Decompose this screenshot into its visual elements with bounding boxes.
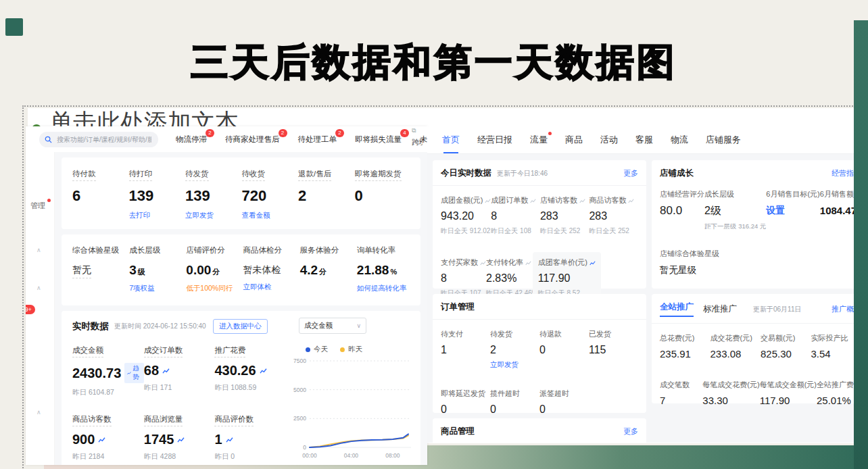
trend-icon[interactable] <box>525 260 531 266</box>
today-realtime-card: 今日实时数据 更新于今日18:46 更多 成团金额(元) 943.20 昨日全天… <box>433 160 646 289</box>
realtime-chart-area: 今天 昨天 750050002500000:0004:0008:00 <box>285 343 412 462</box>
svg-text:2500: 2500 <box>293 415 306 422</box>
view-amount-link[interactable]: 查看金额 <box>242 211 299 220</box>
legend-today: 今天 <box>306 345 328 354</box>
nav-aftersales-pending[interactable]: 待商家处理售后2 <box>225 134 280 145</box>
notification-dot <box>47 199 51 202</box>
metric-transaction-amount: 交易额(元) 825.30 <box>761 333 811 360</box>
metric-inquiry-conversion: 询单转化率 21.88% 如何提高转化率 <box>357 243 414 305</box>
search-input[interactable] <box>55 135 153 144</box>
tab-home[interactable]: 首页 <box>442 134 460 153</box>
left-dashboard-screenshot: 台 物流停滞2 待商家处理售后2 待处理工单2 即将损失流量4 未读站内信68 <box>26 126 427 465</box>
shop-rating-card: 综合体验星级 暂无 成长层级 3级 7项权益 店铺评价分 0.00分 低于100… <box>62 234 420 305</box>
sidebar-item-manage[interactable]: 管理 <box>30 201 45 211</box>
nav-traffic-loss[interactable]: 即将损失流量4 <box>355 134 402 145</box>
star-rating-label: 店铺综合体验星级 <box>660 249 868 259</box>
svg-text:5000: 5000 <box>293 387 306 393</box>
right-dashboard-screenshot: 首页 经营日报 流量 商品 活动 客服 物流 店铺服务 今日实时数据 更新于今日… <box>427 126 868 443</box>
chevron-down-icon: ∨ <box>356 322 361 329</box>
metric-overdue-shipping: 即将逾期发货 0 <box>355 167 412 229</box>
tab-standard-promotion[interactable]: 标准推广 <box>703 303 737 315</box>
chevron-up-icon[interactable]: ∧ <box>37 285 41 291</box>
metric-refund-aftersales: 退款/售后 2 <box>298 167 355 229</box>
window-icon: ⧉ <box>412 128 427 134</box>
slide-right-decoration <box>854 20 868 469</box>
below-peers-note: 低于100%同行 <box>186 284 243 293</box>
trend-icon[interactable] <box>579 198 585 203</box>
trend-icon[interactable] <box>530 198 536 203</box>
product-management-card: 商品管理 更多 在售中 已售罄 已下架 <box>433 418 646 443</box>
trend-icon[interactable] <box>260 368 267 374</box>
metric-total-spend: 总花费(元) 235.91 <box>660 333 710 360</box>
metric-select[interactable]: 成交金额 ∨ <box>299 318 366 334</box>
ship-now-link[interactable]: 立即发货 <box>490 360 539 370</box>
nav-tickets-pending[interactable]: 待处理工单2 <box>298 134 337 145</box>
page-title: 三天后数据和第一天数据图 <box>0 37 868 89</box>
metric-product-visitors: 商品访客数 900 昨日 2184 <box>72 412 144 463</box>
tab-sitewide-promotion[interactable]: 全站推广 <box>660 301 694 317</box>
trend-icon[interactable] <box>480 260 486 266</box>
metric-group-amount: 成团金额(元) 943.20 昨日全天 912.02 <box>441 195 491 236</box>
chevron-up-icon[interactable]: ∧ <box>37 247 41 253</box>
promotion-card: 全站推广 标准推广 更新于06月11日 推广概况 总花费(元) 235.91 成… <box>652 294 868 403</box>
nav-logistics-stalled[interactable]: 物流停滞2 <box>176 134 207 145</box>
trend-icon[interactable] <box>177 437 185 443</box>
tab-daily-report[interactable]: 经营日报 <box>477 134 512 153</box>
improve-conversion-link[interactable]: 如何提高转化率 <box>357 284 414 293</box>
badge-count: 2 <box>335 129 344 137</box>
left-topbar: 台 物流停滞2 待商家处理售后2 待处理工单2 即将损失流量4 未读站内信68 <box>26 126 427 153</box>
slide-corner-decoration <box>5 18 23 36</box>
benefits-link[interactable]: 7项权益 <box>129 284 186 293</box>
tab-activities[interactable]: 活动 <box>600 134 618 153</box>
tab-shop-services[interactable]: 店铺服务 <box>706 134 741 153</box>
tab-traffic[interactable]: 流量 <box>530 134 548 153</box>
badge-count: 2 <box>279 129 287 137</box>
tab-customer-service[interactable]: 客服 <box>635 134 653 153</box>
go-print-link[interactable]: 去打印 <box>129 211 186 220</box>
metric-order-count: 成交订单数 68 昨日 171 <box>144 343 215 399</box>
metric-delayed-shipment: 即将延迟发货 0 <box>441 389 490 416</box>
sidebar-badge: 9+ <box>26 305 35 314</box>
order-management-card: 订单管理 待支付 1 待发货 2 立即发货 待退款 0 <box>433 294 646 413</box>
metric-awaiting-refund: 待退款 0 <box>539 329 589 370</box>
trend-icon[interactable] <box>98 437 105 443</box>
trend-icon[interactable] <box>226 437 233 443</box>
check-now-link[interactable]: 立即体检 <box>243 282 300 292</box>
shop-growth-card: 店铺成长 经营指导 店铺经营评分 80.0 成长层级 2级 距下一层级 316.… <box>652 160 868 289</box>
tab-products[interactable]: 商品 <box>565 134 583 153</box>
realtime-title: 实时数据 <box>72 320 109 332</box>
metric-to-ship: 待发货 139 立即发货 <box>185 167 242 229</box>
tab-logistics[interactable]: 物流 <box>671 134 688 153</box>
badge-count: 4 <box>400 129 409 137</box>
legend-yesterday: 昨天 <box>340 345 362 354</box>
metric-awaiting-payment: 待支付 1 <box>441 329 490 370</box>
chart-legend: 今天 昨天 <box>306 345 412 354</box>
chevron-up-icon[interactable]: ∧ <box>37 409 41 416</box>
trend-icon[interactable] <box>162 368 170 374</box>
set-target-link[interactable]: 设置 <box>766 205 819 217</box>
badge-count: 2 <box>206 129 214 137</box>
search-box[interactable] <box>39 132 158 147</box>
trend-badge[interactable]: 趋势 <box>124 363 144 383</box>
metric-june-sales-target: 6月销售目标(元) 设置 <box>766 189 819 231</box>
trend-icon[interactable] <box>589 260 596 266</box>
topbar-corner: ⧉ 跨境 <box>412 128 427 147</box>
cross-border-label[interactable]: 跨境 <box>412 137 423 147</box>
metric-delivery-timeout: 派签超时 0 <box>539 389 589 416</box>
spacer <box>589 389 638 416</box>
metric-group-orders: 成团订单数 8 昨日全天 108 <box>491 195 540 236</box>
metric-spend-per-deal: 每笔成交花费(元) 33.30 <box>702 380 759 406</box>
trend-icon <box>127 370 131 376</box>
data-center-button[interactable]: 进入数据中心 <box>213 319 268 334</box>
metric-pending-payment: 待付款 6 <box>72 167 129 229</box>
promotion-updated: 更新于06月11日 <box>753 305 802 314</box>
trend-icon[interactable] <box>485 198 491 203</box>
svg-text:04:00: 04:00 <box>344 452 359 459</box>
more-link[interactable]: 更多 <box>623 426 638 437</box>
trend-icon[interactable] <box>628 198 634 203</box>
search-icon <box>45 136 52 143</box>
more-link[interactable]: 更多 <box>623 168 638 178</box>
ship-now-link[interactable]: 立即发货 <box>185 211 242 220</box>
metric-growth-level: 成长层级 2级 距下一层级 316.24 元 <box>704 189 766 231</box>
svg-text:00:00: 00:00 <box>302 452 317 459</box>
